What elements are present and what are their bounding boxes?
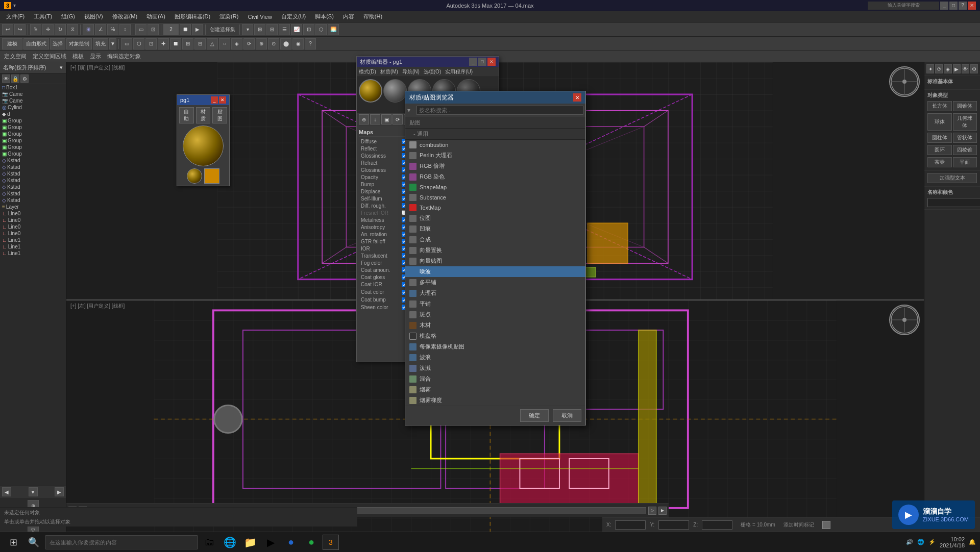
scale-button[interactable]: ⧖	[67, 24, 78, 35]
layer-mgr[interactable]: ☰	[279, 24, 290, 35]
menu-animation[interactable]: 动画(A)	[142, 12, 169, 21]
z-input[interactable]	[702, 520, 732, 530]
maximize-button[interactable]: □	[949, 2, 958, 10]
browser-item[interactable]: 泼溅	[405, 363, 585, 373]
mirror-tool[interactable]: ⊞	[254, 24, 265, 35]
render-setup[interactable]: 2	[163, 24, 179, 35]
taskbar-app-explorer[interactable]: 🗂	[200, 533, 218, 551]
mat-utils-menu[interactable]: 实用程序(U)	[445, 68, 473, 76]
browser-item[interactable]: 向量贴图	[405, 256, 585, 266]
taskbar-app-green[interactable]: ●	[302, 533, 321, 551]
menu-render[interactable]: 渲染(R)	[215, 12, 242, 21]
pyramid-button[interactable]: 四棱锥	[953, 145, 977, 155]
list-item[interactable]: ◇ Kstad	[0, 170, 66, 177]
browser-item[interactable]: RGB 倍增	[405, 161, 585, 171]
browser-item[interactable]: 多平铺	[405, 277, 585, 288]
list-item[interactable]: 📷 Came	[0, 97, 66, 104]
browser-item[interactable]: 棋盘格	[405, 331, 585, 341]
t13[interactable]: ⊙	[268, 38, 279, 49]
stop-button[interactable]: ▶	[658, 507, 667, 515]
angle-snap[interactable]: ∠	[95, 24, 106, 35]
t1[interactable]: ▭	[121, 38, 132, 49]
taskbar-search-input[interactable]	[45, 535, 198, 549]
t9[interactable]: ↔	[219, 38, 230, 49]
redo-button[interactable]: ↪	[14, 24, 26, 35]
cone-button[interactable]: 圆锥体	[953, 101, 977, 111]
sidebar-scroll-left[interactable]: ◀	[2, 487, 11, 496]
schematic-view[interactable]: ⊡	[303, 24, 314, 35]
browser-item[interactable]: 合成	[405, 234, 585, 245]
list-item[interactable]: ◇ Kstad	[0, 190, 66, 197]
list-item[interactable]: ◎ Cylind	[0, 104, 66, 111]
pg1-close[interactable]: ✕	[219, 96, 226, 104]
select-region[interactable]: ▭	[135, 24, 146, 35]
pg1-mat-btn[interactable]: 材质	[196, 107, 211, 123]
y-input[interactable]	[658, 520, 689, 530]
browser-item-selected[interactable]: 噪波	[405, 266, 585, 277]
menu-civil-view[interactable]: Civil View	[243, 13, 276, 21]
utilities-tab[interactable]: ⚙	[970, 64, 978, 73]
menu-file[interactable]: 文件(F)	[2, 12, 29, 21]
browser-item[interactable]: 烟雾梯度	[405, 395, 585, 406]
torus-button[interactable]: 圆环	[927, 145, 952, 155]
teapot-button[interactable]: 茶壶	[927, 157, 952, 167]
plane-button[interactable]: 平面	[953, 157, 977, 167]
scene-icon3[interactable]: ⚙	[20, 74, 29, 83]
t14[interactable]: ⬤	[280, 38, 291, 49]
browser-item[interactable]: 烟雾	[405, 384, 585, 395]
t16[interactable]: ?	[305, 38, 316, 49]
named-sel-set[interactable]: ▾	[242, 24, 253, 35]
taskbar-app-edge[interactable]: 🌐	[220, 533, 239, 551]
browser-item[interactable]: Perlin 大理石	[405, 150, 585, 161]
mat-editor-minimize[interactable]: _	[469, 58, 477, 66]
mat-browser-confirm[interactable]: 确定	[520, 409, 549, 422]
menu-graph-editor[interactable]: 图形编辑器(D)	[170, 12, 214, 21]
reset-mat-btn[interactable]: ⟳	[393, 114, 403, 124]
put-to-scene-btn[interactable]: ↓	[370, 114, 380, 124]
taskbar-system-icon-power[interactable]: ⚡	[928, 539, 936, 545]
taskbar-app-3dsmax[interactable]: 3	[323, 535, 339, 550]
menu-tools[interactable]: 工具(T)	[30, 12, 56, 21]
scene-icon1[interactable]: 👁	[2, 74, 10, 83]
curve-editor[interactable]: 📈	[291, 24, 302, 35]
search-button[interactable]: 🔍	[24, 534, 43, 550]
geosphere-button[interactable]: 几何球体	[953, 113, 977, 131]
search-input-title[interactable]: 输入关键字搜索	[868, 2, 939, 10]
mat-material-menu[interactable]: 材质(M)	[380, 68, 398, 76]
viewport-nav-gizmo-top[interactable]	[889, 66, 920, 97]
get-material-btn[interactable]: ⊕	[359, 114, 369, 124]
browser-item[interactable]: 每像素摄像机贴图	[405, 341, 585, 352]
menu-group[interactable]: 组(G)	[57, 12, 79, 21]
quick-render[interactable]: ▶	[192, 24, 203, 35]
list-item[interactable]: ∟ Line0	[0, 210, 66, 217]
browser-item[interactable]: 波浪	[405, 352, 585, 363]
mat-editor-maximize[interactable]: □	[478, 58, 486, 66]
menu-content[interactable]: 内容	[339, 12, 358, 21]
assign-mat-btn[interactable]: ▣	[381, 114, 391, 124]
list-item[interactable]: 📷 Came	[0, 91, 66, 97]
list-item[interactable]: ∟ Line0	[0, 230, 66, 237]
percent-snap[interactable]: %	[107, 24, 118, 35]
taskbar-app-circle[interactable]: ●	[282, 533, 300, 551]
cylinder-button[interactable]: 圆柱体	[927, 133, 952, 143]
t15[interactable]: ◉	[292, 38, 304, 49]
sidebar-scroll-right[interactable]: ▶	[55, 487, 64, 496]
list-item[interactable]: ◇ Kstad	[0, 184, 66, 190]
tube-button[interactable]: 管状体	[953, 133, 977, 143]
freeform-tab[interactable]: 自由形式	[23, 38, 49, 49]
move-button[interactable]: ✛	[42, 24, 54, 35]
viewport-nav-gizmo-bottom[interactable]	[889, 305, 920, 335]
taskbar-app-media[interactable]: ▶	[261, 533, 280, 551]
pg1-map-btn[interactable]: 贴图	[212, 107, 227, 123]
list-item[interactable]: □ Box1	[0, 84, 66, 91]
help-button[interactable]: ?	[959, 2, 967, 10]
mat-sphere-active[interactable]	[359, 79, 382, 103]
list-item[interactable]: ▣ Group	[0, 137, 66, 144]
undo-button[interactable]: ↩	[2, 24, 13, 35]
display-tab[interactable]: 👁	[962, 64, 969, 73]
browser-item[interactable]: 混合	[405, 373, 585, 384]
list-item[interactable]: ▣ Group	[0, 124, 66, 131]
fill-tab[interactable]: 填充	[93, 38, 108, 49]
list-item[interactable]: ∟ Line1	[0, 237, 66, 243]
sphere-button[interactable]: 球体	[927, 113, 952, 131]
